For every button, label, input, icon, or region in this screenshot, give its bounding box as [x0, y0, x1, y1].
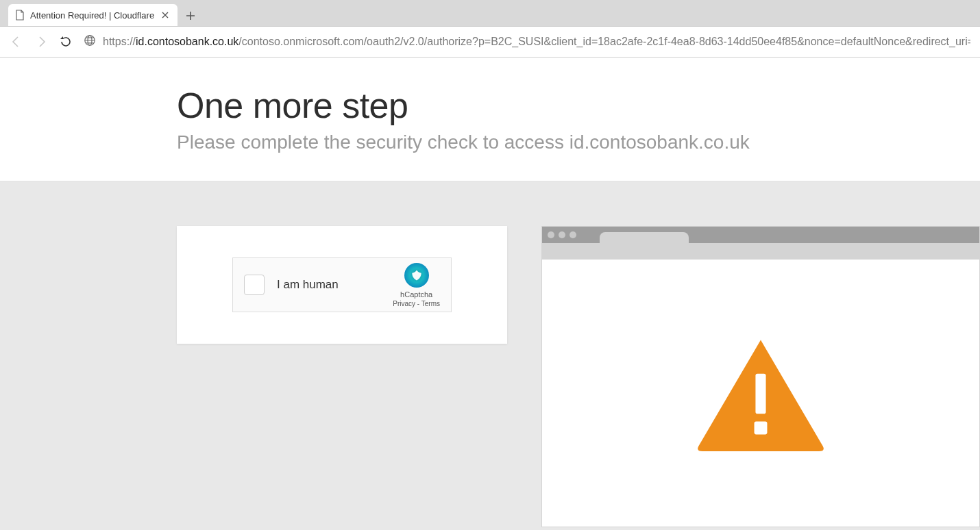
illustration-toolbar — [542, 243, 979, 260]
captcha-brand: hCaptcha Privacy - Terms — [393, 263, 440, 307]
tab-title: Attention Required! | Cloudflare — [30, 10, 154, 21]
captcha-link-separator: - — [415, 300, 421, 307]
illustration-tab-icon — [600, 232, 689, 243]
forward-button[interactable] — [34, 35, 48, 49]
address-bar[interactable]: https://id.contosobank.co.uk/contoso.onm… — [84, 34, 970, 49]
browser-toolbar: https://id.contosobank.co.uk/contoso.onm… — [0, 26, 980, 58]
captcha-privacy-link[interactable]: Privacy — [393, 300, 415, 307]
illustration-titlebar — [542, 227, 979, 243]
captcha-label: I am human — [277, 278, 380, 292]
captcha-links: Privacy - Terms — [393, 300, 440, 307]
tab-strip: Attention Required! | Cloudflare — [0, 0, 980, 26]
url-text: https://id.contosobank.co.uk/contoso.onm… — [103, 36, 970, 48]
page-icon — [15, 10, 25, 21]
svg-rect-3 — [755, 422, 768, 435]
page-subtitle: Please complete the security check to ac… — [177, 131, 980, 153]
captcha-checkbox[interactable] — [244, 275, 265, 295]
back-button[interactable] — [10, 35, 23, 49]
captcha-terms-link[interactable]: Terms — [421, 300, 440, 307]
hcaptcha-logo-icon — [404, 263, 429, 288]
window-dot-icon — [559, 231, 565, 238]
browser-chrome: Attention Required! | Cloudflare https:/… — [0, 0, 980, 58]
captcha-card: I am human hCaptcha Privacy - Terms — [177, 226, 507, 344]
globe-icon — [84, 34, 96, 49]
refresh-button[interactable] — [59, 35, 73, 49]
page-title: One more step — [177, 85, 980, 126]
captcha-brand-name: hCaptcha — [400, 290, 432, 299]
new-tab-button[interactable] — [180, 5, 201, 26]
url-path: /contoso.onmicrosoft.com/oauth2/v2.0/aut… — [238, 36, 970, 47]
illustration-window — [541, 226, 980, 527]
url-host: id.contosobank.co.uk — [136, 36, 238, 47]
page-content: I am human hCaptcha Privacy - Terms — [0, 181, 980, 527]
url-prefix: https:// — [103, 36, 136, 47]
illustration-body — [542, 260, 979, 527]
close-tab-button[interactable] — [160, 10, 171, 21]
window-dot-icon — [548, 231, 554, 238]
browser-tab[interactable]: Attention Required! | Cloudflare — [8, 4, 177, 26]
captcha-widget: I am human hCaptcha Privacy - Terms — [232, 257, 452, 312]
window-dot-icon — [569, 231, 576, 238]
page-header: One more step Please complete the securi… — [0, 58, 980, 181]
svg-rect-2 — [755, 374, 765, 414]
warning-triangle-icon — [696, 335, 826, 451]
